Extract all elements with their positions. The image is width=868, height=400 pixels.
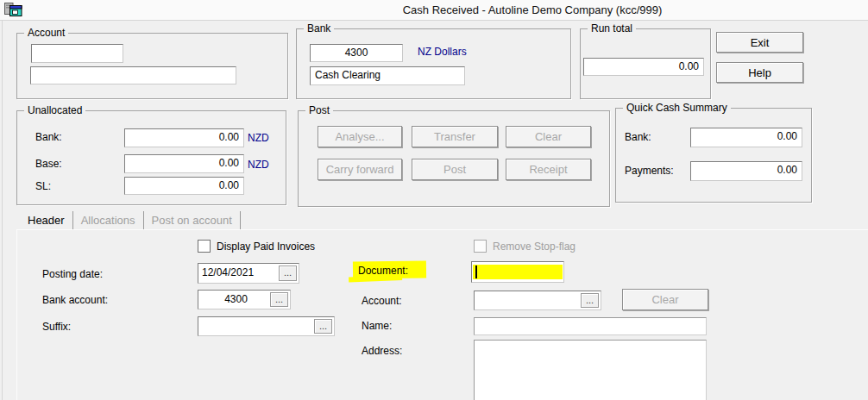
document-input-highlight <box>473 265 563 279</box>
account-picker-button[interactable]: ... <box>581 293 599 308</box>
unallocated-bank-currency: NZD <box>248 132 269 144</box>
account-field-label: Account: <box>362 295 402 307</box>
receipt-button[interactable]: Receipt <box>506 159 591 180</box>
suffix-field[interactable]: ... <box>198 316 335 336</box>
window-title: Cash Received - Autoline Demo Company (k… <box>403 3 663 16</box>
posting-date-value: 12/04/2021 <box>202 264 279 283</box>
account-name-field <box>30 66 236 84</box>
account-group-label: Account <box>24 27 68 39</box>
unallocated-group-label: Unallocated <box>24 104 85 116</box>
help-button[interactable]: Help <box>716 62 803 83</box>
bank-name-field: Cash Clearing <box>310 66 465 85</box>
unallocated-base-currency: NZD <box>248 159 269 171</box>
tab-pane-top-edge <box>16 229 868 230</box>
quick-cash-summary-label: Quick Cash Summary <box>623 102 731 114</box>
cash-received-window: Cash Received - Autoline Demo Company (k… <box>0 0 868 400</box>
bank-account-value: 4300 <box>202 291 270 309</box>
unallocated-bank-label: Bank: <box>35 131 62 143</box>
unallocated-base-field: 0.00 <box>124 154 244 173</box>
document-input[interactable] <box>471 261 564 283</box>
text-caret <box>475 266 477 278</box>
analyse-button[interactable]: Analyse... <box>318 126 402 147</box>
unallocated-bank-field: 0.00 <box>124 128 244 147</box>
bank-group: Bank <box>296 28 571 99</box>
clear-account-button[interactable]: Clear <box>622 289 708 310</box>
quick-cash-summary-group: Quick Cash Summary <box>615 108 812 203</box>
quick-cash-bank-label: Bank: <box>625 131 651 143</box>
document-label: Document: <box>358 265 408 277</box>
account-input[interactable]: ... <box>474 291 601 310</box>
run-total-field: 0.00 <box>583 58 704 76</box>
tab-strip: Header Allocations Post on account <box>20 211 241 229</box>
tab-post-on-account[interactable]: Post on account <box>144 211 241 229</box>
exit-button[interactable]: Exit <box>716 32 803 53</box>
bank-account-field[interactable]: 4300 ... <box>198 290 291 309</box>
transfer-button[interactable]: Transfer <box>412 126 498 147</box>
bank-account-picker-button[interactable]: ... <box>270 292 288 307</box>
remove-stop-flag-label: Remove Stop-flag <box>493 241 576 253</box>
unallocated-base-label: Base: <box>35 158 62 170</box>
posting-date-picker-button[interactable]: ... <box>279 266 297 281</box>
tab-pane-left-edge <box>16 229 17 400</box>
quick-cash-payments-label: Payments: <box>625 165 674 177</box>
tab-allocations[interactable]: Allocations <box>73 211 144 229</box>
tab-header[interactable]: Header <box>20 211 73 229</box>
remove-stop-flag-checkbox[interactable] <box>474 240 487 253</box>
display-paid-invoices-checkbox[interactable] <box>198 240 211 253</box>
quick-cash-bank-field: 0.00 <box>690 128 802 147</box>
bank-account-label: Bank account: <box>42 294 108 306</box>
bank-code-field: 4300 <box>310 44 403 62</box>
address-field[interactable] <box>474 340 707 400</box>
posting-date-label: Posting date: <box>42 268 103 280</box>
bank-currency-label: NZ Dollars <box>418 46 467 58</box>
suffix-label: Suffix: <box>42 321 71 333</box>
name-label: Name: <box>362 320 392 332</box>
address-label: Address: <box>362 345 402 357</box>
name-field[interactable] <box>474 317 707 335</box>
title-bar: Cash Received - Autoline Demo Company (k… <box>0 0 868 21</box>
suffix-value <box>202 317 314 335</box>
run-total-group-label: Run total <box>588 22 636 34</box>
app-window-icon <box>4 3 22 17</box>
account-value <box>478 291 581 309</box>
unallocated-sl-field: 0.00 <box>124 177 244 195</box>
post-group-label: Post <box>305 104 333 116</box>
post-button[interactable]: Post <box>412 159 498 180</box>
window-left-edge <box>2 21 3 400</box>
bank-group-label: Bank <box>304 22 334 34</box>
carry-forward-button[interactable]: Carry forward <box>318 159 402 180</box>
clear-post-button[interactable]: Clear <box>506 126 591 147</box>
quick-cash-payments-field: 0.00 <box>690 161 802 181</box>
posting-date-field[interactable]: 12/04/2021 ... <box>198 263 299 284</box>
unallocated-sl-label: SL: <box>35 180 51 192</box>
account-code-field <box>31 44 123 63</box>
suffix-picker-button[interactable]: ... <box>314 319 332 334</box>
display-paid-invoices-label: Display Paid Invoices <box>217 241 315 253</box>
